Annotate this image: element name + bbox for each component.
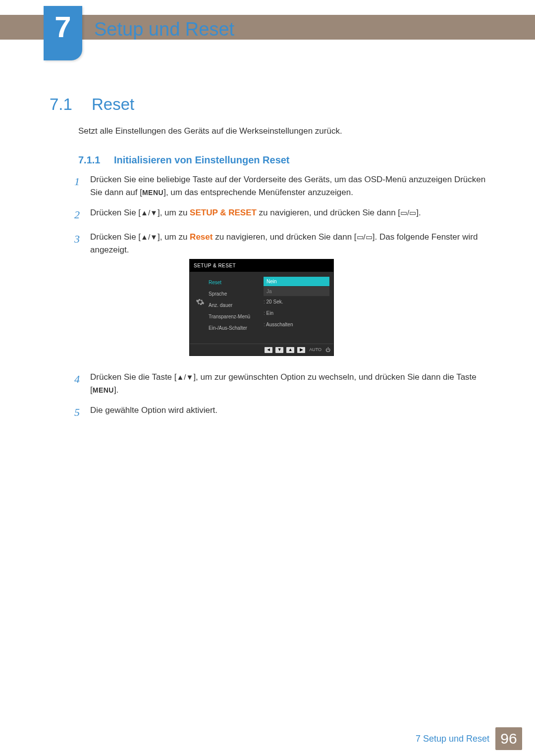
osd-values: Nein Ja 20 Sek. Ein Ausschalten [264, 277, 329, 334]
text: ], um zu [158, 232, 190, 242]
nav-left-icon: ◄ [265, 347, 272, 353]
text: Drücken Sie [ [90, 232, 141, 242]
text: Drücken Sie die Taste [ [90, 372, 177, 382]
highlight-reset: Reset [190, 232, 213, 242]
text: zu navigieren, und drücken Sie dann [ [257, 208, 400, 217]
text: Die gewählte Option wird aktiviert. [90, 405, 217, 415]
step-2: 2 Drücken Sie [▲/▼], um zu SETUP & RESET… [74, 206, 490, 223]
source-enter-icon: ▭/▭ [400, 208, 416, 217]
step-number: 3 [74, 231, 90, 363]
text: zu navigieren, und drücken Sie dann [ [213, 232, 356, 242]
section-number: 7.1 [50, 95, 72, 114]
page-footer: 7 Setup und Reset 96 [0, 727, 535, 750]
step-number: 2 [74, 206, 90, 223]
step-body: Drücken Sie die Taste [▲/▼], um zur gewü… [90, 371, 490, 396]
osd-footer-buttons: ◄ ▼ ▲ ▶ AUTO ⏻ [190, 344, 333, 355]
menu-label: MENU [93, 386, 114, 394]
osd-item-transparency: Transparenz-Menü [209, 311, 264, 322]
subsection-number: 7.1.1 [78, 154, 100, 166]
step-4: 4 Drücken Sie die Taste [▲/▼], um zur ge… [74, 371, 490, 396]
osd-title: SETUP & RESET [190, 259, 333, 272]
source-enter-icon: ▭/▭ [357, 233, 373, 241]
text: ], um das entsprechende Menüfenster anzu… [163, 188, 353, 197]
osd-item-power-switch: Ein-/Aus-Schalter [209, 322, 264, 334]
step-5: 5 Die gewählte Option wird aktiviert. [74, 404, 490, 420]
page-number: 96 [495, 727, 522, 750]
step-body: Drücken Sie [▲/▼], um zu SETUP & RESET z… [90, 206, 490, 223]
osd-item-language: Sprache [209, 288, 264, 300]
step-1: 1 Drücken Sie eine beliebige Taste auf d… [74, 173, 490, 199]
section-intro: Setzt alle Einstellungen des Geräts auf … [78, 126, 342, 136]
osd-menu-list: Reset Sprache Anz. dauer Transparenz-Men… [207, 277, 264, 334]
step-body: Drücken Sie [▲/▼], um zu Reset zu navigi… [90, 231, 490, 363]
nav-enter-icon: ▶ [297, 347, 305, 353]
osd-screenshot: SETUP & RESET Reset Sprache Anz. dauer T… [189, 259, 334, 356]
step-number: 5 [74, 404, 90, 420]
nav-up-icon: ▲ [286, 347, 294, 353]
osd-value: Ein [264, 307, 329, 319]
up-down-arrows-icon: ▲/▼ [141, 233, 158, 241]
power-icon: ⏻ [325, 346, 330, 353]
text: ], um zu [158, 208, 190, 217]
auto-label: AUTO [308, 347, 322, 353]
text: Drücken Sie [ [90, 208, 141, 217]
chapter-title: Setup und Reset [94, 19, 234, 40]
osd-option-yes: Ja [264, 287, 329, 296]
osd-item-display-time: Anz. dauer [209, 300, 264, 311]
osd-value: Ausschalten [264, 319, 329, 330]
subsection-title: Initialisieren von Einstellungen Reset [114, 154, 290, 166]
step-3: 3 Drücken Sie [▲/▼], um zu Reset zu navi… [74, 231, 490, 363]
up-down-arrows-icon: ▲/▼ [177, 373, 194, 381]
steps-list: 1 Drücken Sie eine beliebige Taste auf d… [74, 173, 490, 428]
step-body: Die gewählte Option wird aktiviert. [90, 404, 490, 420]
osd-item-reset: Reset [209, 277, 264, 288]
chapter-number-badge: 7 [44, 6, 82, 60]
step-number: 4 [74, 371, 90, 396]
osd-value: 20 Sek. [264, 296, 329, 307]
up-down-arrows-icon: ▲/▼ [141, 208, 158, 217]
osd-option-no: Nein [264, 277, 329, 286]
text: ]. [114, 385, 118, 395]
section-title: Reset [92, 95, 134, 114]
step-number: 1 [74, 173, 90, 199]
step-body: Drücken Sie eine beliebige Taste auf der… [90, 173, 490, 199]
text: ]. [416, 208, 421, 217]
menu-label: MENU [142, 189, 163, 197]
highlight-setup-reset: SETUP & RESET [190, 208, 257, 217]
gear-icon [194, 277, 207, 334]
nav-down-icon: ▼ [275, 347, 283, 353]
footer-chapter-label: 7 Setup und Reset [416, 734, 489, 744]
